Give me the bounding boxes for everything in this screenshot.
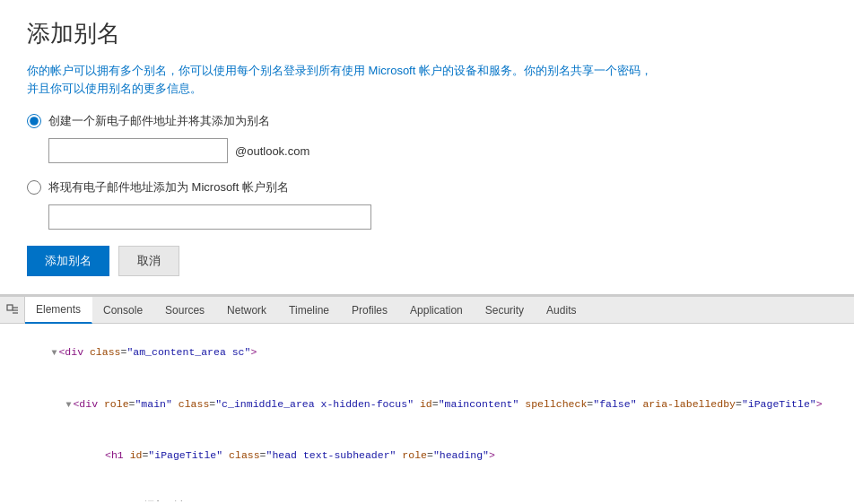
tab-console[interactable]: Console bbox=[92, 297, 154, 324]
radio-option-1[interactable]: 创建一个新电子邮件地址并将其添加为别名 bbox=[27, 113, 827, 129]
radio2-label[interactable]: 将现有电子邮件地址添加为 Microsoft 帐户别名 bbox=[48, 179, 289, 196]
description: 你的帐户可以拥有多个别名，你可以使用每个别名登录到所有使用 Microsoft … bbox=[27, 62, 655, 97]
code-line: ▼<div role="main" class="c_inmiddle_area… bbox=[0, 378, 854, 430]
code-line: ▼<div class="am_content_area sc"> bbox=[0, 327, 854, 378]
tab-elements[interactable]: Elements bbox=[25, 297, 92, 324]
existing-email-input[interactable] bbox=[48, 204, 371, 230]
devtools-inspect-icon[interactable] bbox=[0, 297, 25, 324]
tab-timeline[interactable]: Timeline bbox=[278, 297, 341, 324]
email-suffix: @outlook.com bbox=[235, 144, 309, 158]
radio-option-2[interactable]: 将现有电子邮件地址添加为 Microsoft 帐户别名 bbox=[27, 179, 827, 196]
form-area: 添加别名 你的帐户可以拥有多个别名，你可以使用每个别名登录到所有使用 Micro… bbox=[0, 0, 854, 295]
tab-network[interactable]: Network bbox=[216, 297, 278, 324]
devtools-content[interactable]: ▼<div class="am_content_area sc"> ▼<div … bbox=[0, 324, 854, 501]
devtools-toolbar: Elements Console Sources Network Timelin… bbox=[0, 297, 854, 324]
devtools-panel: Elements Console Sources Network Timelin… bbox=[0, 295, 854, 501]
page-title: 添加别名 bbox=[27, 18, 827, 49]
new-email-input[interactable] bbox=[48, 138, 228, 163]
cancel-button[interactable]: 取消 bbox=[118, 246, 179, 276]
code-line: <h1 id="iPageTitle" class="head text-sub… bbox=[0, 430, 854, 481]
svg-rect-0 bbox=[7, 305, 13, 310]
tab-security[interactable]: Security bbox=[475, 297, 536, 324]
tab-profiles[interactable]: Profiles bbox=[341, 297, 399, 324]
radio1-label[interactable]: 创建一个新电子邮件地址并将其添加为别名 bbox=[48, 113, 270, 129]
code-line: 添加别名 bbox=[0, 482, 854, 501]
button-row: 添加别名 取消 bbox=[27, 246, 827, 276]
tab-sources[interactable]: Sources bbox=[154, 297, 216, 324]
radio-new-email[interactable] bbox=[27, 114, 41, 128]
tab-application[interactable]: Application bbox=[399, 297, 475, 324]
add-alias-button[interactable]: 添加别名 bbox=[27, 246, 109, 276]
tab-audits[interactable]: Audits bbox=[536, 297, 588, 324]
radio-existing-email[interactable] bbox=[27, 180, 41, 195]
new-email-row: @outlook.com bbox=[48, 138, 827, 163]
